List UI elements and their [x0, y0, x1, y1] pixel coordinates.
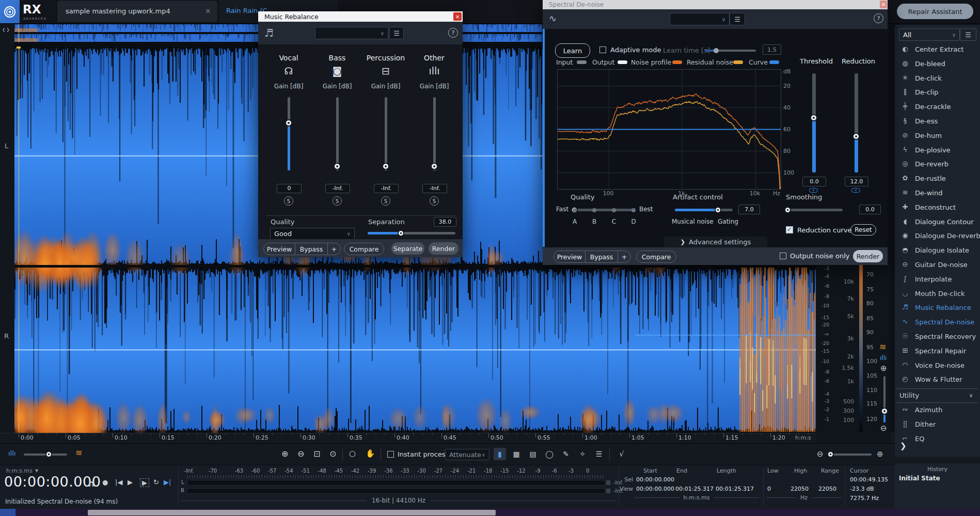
spectrogram-view-icon[interactable]: ≋ — [879, 342, 886, 352]
vertical-zoom-out-icon[interactable]: ⊖ — [880, 424, 887, 433]
length-value[interactable]: 00:01:25.317 — [716, 486, 754, 492]
adjust-tool[interactable]: ☰ — [593, 448, 605, 460]
collapse-left-icon[interactable]: ❮ — [2, 27, 6, 32]
smoothing-slider[interactable] — [786, 209, 843, 211]
sidebar-item-de-ess[interactable]: §De-ess — [895, 114, 980, 129]
spectrogram-blend-icon[interactable]: ≋ — [75, 448, 82, 458]
other-gain-thumb[interactable] — [431, 163, 438, 170]
quality-slider[interactable] — [573, 209, 634, 211]
right-zoom-in-icon[interactable]: ⊕ — [877, 449, 883, 459]
sidebar-item-center-extract[interactable]: ◐Center Extract — [895, 42, 980, 57]
wave-spec-blend-thumb[interactable] — [45, 451, 52, 458]
play-icon[interactable]: ▶ — [128, 478, 133, 486]
sidebar-item-mouth-de-click[interactable]: ◡Mouth De-click — [895, 287, 980, 301]
hand-icon[interactable]: ✋ — [366, 449, 375, 458]
sidebar-item-wow-flutter[interactable]: ◴Wow & Flutter — [895, 372, 980, 387]
node-tool[interactable]: √ — [615, 448, 628, 460]
process-mode-dropdown[interactable]: Attenuate∨ — [445, 449, 489, 460]
percussion-solo-button[interactable]: S — [381, 196, 390, 206]
lasso-tool[interactable]: ◯ — [543, 448, 556, 460]
sidebar-item-deconstruct[interactable]: ✚Deconstruct — [895, 200, 980, 215]
history-entry[interactable]: Initial State — [899, 475, 940, 482]
vertical-zoom-in-icon[interactable]: ⊕ — [880, 364, 887, 373]
zoom-out-icon[interactable]: ⊖ — [297, 449, 304, 459]
bypass-button[interactable]: Bypass — [586, 251, 618, 262]
percussion-gain-slider[interactable] — [385, 97, 387, 170]
quality-detent[interactable] — [612, 208, 616, 212]
waveform-blend-icon[interactable]: ıllı — [8, 449, 15, 457]
end-value[interactable]: 00:01:25.317 — [675, 486, 714, 492]
other-gain-slider[interactable] — [433, 97, 436, 170]
separate-button[interactable]: Separate — [391, 242, 424, 255]
low-value[interactable]: 0 — [767, 486, 771, 492]
close-icon[interactable]: × — [880, 1, 887, 8]
meter-peak-right[interactable] — [606, 489, 610, 493]
compare-button[interactable]: Compare — [344, 243, 384, 255]
record-icon[interactable]: ● — [102, 478, 108, 486]
bass-solo-button[interactable]: S — [333, 196, 342, 206]
threshold-link-icon[interactable] — [809, 188, 818, 193]
bass-gain-slider[interactable] — [336, 97, 339, 170]
h-zoom-slider[interactable] — [828, 454, 872, 456]
sidebar-item-dialogue-de-reverb[interactable]: ◉Dialogue De-reverb — [895, 229, 980, 243]
time-freq-selection-tool[interactable]: ▦ — [510, 448, 523, 460]
time-selection-tool[interactable]: ▮ — [494, 448, 506, 460]
wand-tool[interactable]: ✧ — [576, 448, 589, 460]
sidebar-item-de-bleed[interactable]: ◍De-bleed — [895, 57, 980, 71]
separation-value[interactable]: 38.0 — [434, 217, 456, 227]
zoom-in-icon[interactable]: ⊕ — [281, 449, 288, 459]
sidebar-item-eq[interactable]: ⌐EQ — [895, 432, 980, 446]
other-gain-value[interactable]: -Inf. — [422, 184, 447, 193]
threshold-value[interactable]: 0.0 — [802, 177, 826, 186]
zoom-selection-icon[interactable]: ⊡ — [313, 449, 320, 459]
utility-section-header[interactable]: Utility ∨ — [897, 388, 978, 403]
tab-close-icon[interactable]: × — [205, 7, 211, 15]
freq-selection-tool[interactable]: ▤ — [527, 448, 539, 460]
quality-detent[interactable] — [631, 208, 636, 212]
preset-dropdown[interactable]: ∨ — [670, 13, 730, 25]
h-zoom-thumb[interactable] — [827, 451, 834, 458]
advanced-settings-toggle[interactable]: ❯ Advanced settings — [664, 237, 767, 247]
sidebar-item-azimuth[interactable]: ∾Azimuth — [895, 403, 980, 417]
sidebar-item-de-hum[interactable]: ⊘De-hum — [895, 129, 980, 143]
sidebar-item-spectral-repair[interactable]: ⊞Spectral Repair — [895, 344, 980, 358]
preset-menu-button[interactable]: ☰ — [730, 13, 745, 25]
playhead-time-display[interactable]: 00:00:00.000 — [4, 474, 101, 490]
meter-peak-left[interactable] — [606, 480, 610, 485]
reduction-value[interactable]: 12.0 — [845, 177, 868, 186]
sidebar-item-de-clip[interactable]: ‖De-clip — [895, 85, 980, 100]
range-value[interactable]: 22050 — [814, 486, 836, 492]
reset-button[interactable]: Reset — [850, 224, 876, 236]
bass-gain-value[interactable]: -Inf. — [325, 184, 350, 193]
go-end-icon[interactable]: ▶| — [164, 478, 171, 486]
sidebar-item-de-rustle[interactable]: ✿De-rustle — [895, 171, 980, 186]
preview-button[interactable]: Preview — [264, 243, 295, 255]
reduction-curve-checkbox[interactable] — [786, 226, 793, 233]
percussion-gain-value[interactable]: -Inf. — [374, 184, 399, 193]
render-button[interactable]: Render — [429, 242, 459, 255]
time-format-chevron-icon[interactable]: ▼ — [35, 468, 38, 473]
help-icon[interactable]: ? — [874, 13, 883, 23]
collapse-right-icon[interactable]: ❯ — [6, 27, 10, 32]
sidebar-item-music-rebalance[interactable]: ♬Music Rebalance — [895, 301, 980, 315]
rx-logo-icon[interactable] — [0, 0, 20, 23]
preset-dropdown[interactable]: ∨ — [315, 27, 388, 39]
right-zoom-out-icon[interactable]: ⊖ — [817, 449, 824, 459]
sel-start-value[interactable]: 00:00:00.000 — [636, 476, 674, 483]
waveform-view-icon[interactable]: ıllı — [880, 354, 887, 362]
preview-button[interactable]: Preview — [554, 251, 586, 262]
render-button[interactable]: Render — [853, 250, 883, 262]
view-start-value[interactable]: 00:00:00.000 — [636, 486, 674, 492]
sidebar-item-dialogue-isolate[interactable]: ◓Dialogue Isolate — [895, 243, 980, 258]
taskbar-window-button[interactable] — [88, 510, 496, 515]
bass-gain-thumb[interactable] — [334, 163, 341, 170]
help-icon[interactable]: ? — [448, 28, 458, 38]
high-value[interactable]: 22050 — [786, 486, 809, 492]
sidebar-item-de-wind[interactable]: ≋De-wind — [895, 186, 980, 200]
learn-button[interactable]: Learn — [555, 43, 590, 58]
find-icon[interactable]: ○ — [349, 449, 356, 458]
adaptive-mode-checkbox[interactable] — [599, 46, 606, 53]
add-preview-button[interactable]: + — [328, 243, 340, 255]
quality-detent[interactable] — [573, 208, 577, 212]
output-noise-only-checkbox[interactable] — [780, 253, 786, 259]
